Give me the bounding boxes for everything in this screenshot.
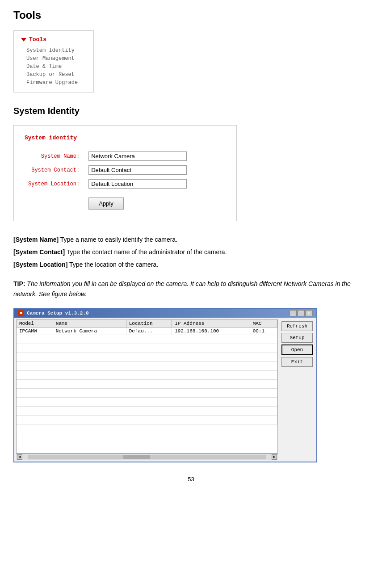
- camera-table-area: Model Name Location IP Address MAC IPCAM…: [16, 319, 278, 454]
- sidebar-item-backup-reset[interactable]: Backup or Reset: [26, 71, 86, 79]
- titlebar-left: ■ Camera Setup v1.3.2.0: [18, 310, 89, 316]
- form-row-system-contact: System Contact:: [25, 163, 190, 177]
- scrollbar-track[interactable]: [28, 455, 266, 459]
- system-location-cell: [85, 177, 190, 191]
- desc-system-contact-text: Type the contact name of the administrat…: [65, 248, 227, 256]
- desc-system-location-label: [System Location]: [13, 261, 67, 268]
- camera-setup-window: ■ Camera Setup v1.3.2.0 _ □ ✕ Model Name…: [13, 308, 317, 462]
- form-row-system-location: System Location:: [25, 177, 190, 191]
- system-name-input[interactable]: [88, 151, 187, 161]
- sidebar-item-date-time[interactable]: Date & Time: [26, 63, 86, 71]
- scroll-left-arrow[interactable]: ◄: [17, 454, 22, 460]
- scroll-right-arrow[interactable]: ►: [272, 454, 277, 460]
- system-location-label: System Location:: [25, 177, 85, 191]
- system-contact-input[interactable]: [88, 165, 187, 175]
- tip-text: The information you fill in can be displ…: [13, 280, 351, 297]
- row-model: IPCAMW: [17, 328, 53, 335]
- form-row-apply: Apply: [25, 191, 190, 212]
- nav-box: Tools System Identity User Management Da…: [13, 30, 94, 92]
- camera-table-container: Model Name Location IP Address MAC IPCAM…: [16, 319, 278, 460]
- camera-side-buttons: Refresh Setup Open Exit: [280, 319, 315, 460]
- col-ip: IP Address: [172, 320, 250, 328]
- nav-header-label: Tools: [29, 36, 46, 43]
- sidebar-item-user-management[interactable]: User Management: [26, 55, 86, 63]
- system-contact-cell: [85, 163, 190, 177]
- refresh-button[interactable]: Refresh: [281, 321, 313, 331]
- page-number: 53: [13, 476, 369, 483]
- setup-button[interactable]: Setup: [281, 333, 313, 343]
- row-location: Defau...: [126, 328, 172, 335]
- form-row-system-name: System Name:: [25, 149, 190, 163]
- col-location: Location: [126, 320, 172, 328]
- horizontal-scrollbar[interactable]: ◄ ►: [16, 454, 278, 460]
- nav-items-list: System Identity User Management Date & T…: [21, 46, 86, 87]
- desc-system-contact-label: [System Contact]: [13, 248, 65, 256]
- section-title: System Identity: [13, 106, 369, 116]
- exit-button[interactable]: Exit: [281, 357, 313, 367]
- col-model: Model: [17, 320, 53, 328]
- tip-section: TIP: The information you fill in can be …: [13, 279, 369, 299]
- tip-label: TIP:: [13, 280, 25, 287]
- camera-table: Model Name Location IP Address MAC IPCAM…: [17, 320, 277, 424]
- col-mac: MAC: [250, 320, 277, 328]
- system-location-input[interactable]: [88, 179, 187, 189]
- desc-system-name-text: Type a name to easily identify the camer…: [59, 236, 177, 243]
- scrollbar-thumb[interactable]: [123, 455, 150, 459]
- desc-system-name-label: [System Name]: [13, 236, 59, 243]
- desc-system-location: [System Location] Type the location of t…: [13, 260, 369, 270]
- system-contact-label: System Contact:: [25, 163, 85, 177]
- titlebar-buttons: _ □ ✕: [290, 310, 313, 316]
- row-name: Network Camera: [53, 328, 126, 335]
- nav-header: Tools: [21, 36, 86, 43]
- sidebar-item-firmware-upgrade[interactable]: Firmware Upgrade: [26, 79, 86, 87]
- row-mac: 00:1: [250, 328, 277, 335]
- table-row[interactable]: IPCAMW Network Camera Defau... 192.168.1…: [17, 328, 277, 335]
- camera-titlebar: ■ Camera Setup v1.3.2.0 _ □ ✕: [14, 309, 316, 318]
- box-header: System identity: [25, 134, 226, 141]
- apply-button[interactable]: Apply: [88, 197, 124, 210]
- page-title: Tools: [13, 9, 369, 21]
- system-identity-box: System identity System Name: System Cont…: [13, 125, 237, 221]
- camera-window-icon: ■: [18, 310, 24, 316]
- system-name-cell: [85, 149, 190, 163]
- maximize-button[interactable]: □: [298, 310, 305, 316]
- close-button[interactable]: ✕: [306, 310, 313, 316]
- camera-body: Model Name Location IP Address MAC IPCAM…: [14, 318, 316, 462]
- sidebar-item-system-identity[interactable]: System Identity: [26, 46, 86, 55]
- camera-window-title: Camera Setup v1.3.2.0: [27, 311, 89, 316]
- row-ip: 192.168.168.100: [172, 328, 250, 335]
- form-table: System Name: System Contact: System Loca…: [25, 149, 190, 212]
- system-name-label: System Name:: [25, 149, 85, 163]
- minimize-button[interactable]: _: [290, 310, 297, 316]
- desc-system-location-text: Type the location of the camera.: [67, 261, 158, 268]
- open-button[interactable]: Open: [281, 344, 313, 355]
- nav-triangle-icon: [21, 38, 26, 42]
- description-section: [System Name] Type a name to easily iden…: [13, 235, 369, 270]
- desc-system-name: [System Name] Type a name to easily iden…: [13, 235, 369, 245]
- desc-system-contact: [System Contact] Type the contact name o…: [13, 247, 369, 258]
- col-name: Name: [53, 320, 126, 328]
